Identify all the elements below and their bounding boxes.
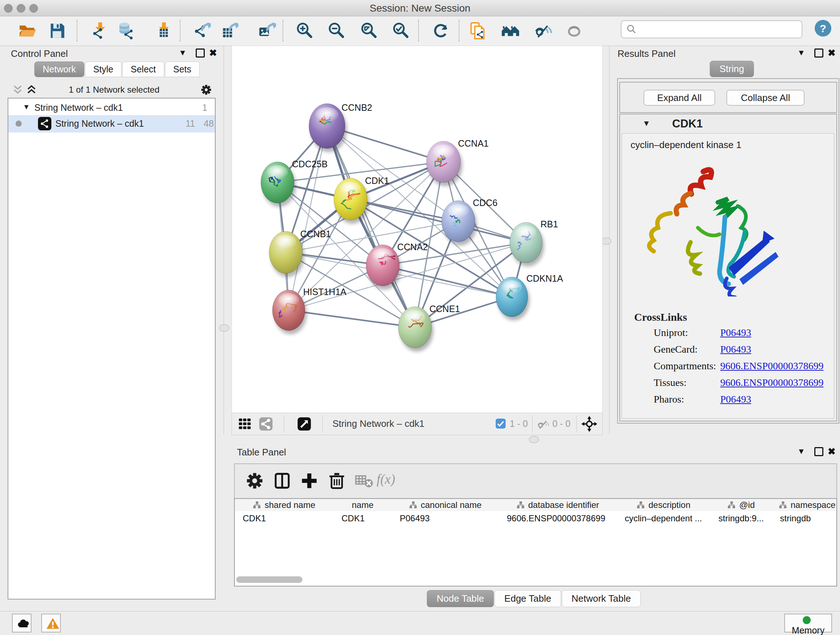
share-view-icon[interactable] xyxy=(259,417,273,432)
tab-edge-table[interactable]: Edge Table xyxy=(494,590,561,607)
table-cell[interactable]: CDK1 xyxy=(333,511,392,526)
crosslink-value-link[interactable]: 9606.ENSP00000378699 xyxy=(720,360,823,372)
table-cell[interactable]: stringdb:9... xyxy=(711,511,772,526)
edge-HIST1H1A-CCNE1[interactable] xyxy=(289,310,415,327)
table-cell[interactable]: 9606.ENSP00000378699 xyxy=(499,511,617,526)
column-header-shared-name[interactable]: shared name xyxy=(235,499,334,511)
table-cell[interactable]: CDK1 xyxy=(235,511,333,526)
left-splitter-handle[interactable] xyxy=(219,325,229,332)
export-table-button[interactable] xyxy=(219,21,239,41)
crosslink-value-link[interactable]: P06493 xyxy=(720,344,752,355)
column-header-name[interactable]: name xyxy=(333,499,392,511)
table-cell[interactable]: stringdb xyxy=(772,511,837,526)
zoom-in-button[interactable] xyxy=(295,21,314,41)
tab-sets[interactable]: Sets xyxy=(165,62,200,77)
table-panel-close-icon[interactable]: ✖ xyxy=(828,446,836,457)
right-splitter-handle[interactable] xyxy=(601,238,611,245)
control-panel-float-icon[interactable] xyxy=(196,49,205,57)
column-header-database-identifier[interactable]: database identifier xyxy=(499,499,617,511)
export-image-button[interactable] xyxy=(257,21,277,41)
network-group-row[interactable]: ▼ String Network – cdk1 1 xyxy=(8,101,215,115)
fit-crosshair-icon[interactable] xyxy=(581,416,597,433)
grid-view-icon[interactable] xyxy=(238,417,252,432)
tab-style[interactable]: Style xyxy=(85,62,122,77)
function-builder-icon[interactable]: f(x) xyxy=(377,471,395,487)
save-session-button[interactable] xyxy=(48,21,67,41)
table-cell[interactable]: P06493 xyxy=(392,511,499,526)
search-input[interactable] xyxy=(640,22,797,35)
control-panel-close-icon[interactable]: ✖ xyxy=(209,48,217,59)
tab-network[interactable]: Network xyxy=(34,62,84,77)
node-RB1[interactable]: RB1 xyxy=(510,219,558,266)
node-CCNA2[interactable]: CCNA2 xyxy=(366,242,428,290)
copy-document-button[interactable] xyxy=(469,21,488,41)
network-canvas[interactable]: CCNB2CCNA1CDC25BCDK1CDC6RB1CCNB1CCNA2CDK… xyxy=(232,46,603,413)
tab-network-table[interactable]: Network Table xyxy=(562,590,641,607)
string-home-button[interactable] xyxy=(501,21,520,41)
expand-all-groups-icon[interactable] xyxy=(26,84,37,96)
column-header-@id[interactable]: @id xyxy=(711,499,772,511)
bottom-splitter-handle[interactable] xyxy=(529,436,539,443)
search-box[interactable] xyxy=(621,20,802,38)
entry-collapse-icon[interactable]: ▼ xyxy=(643,119,651,128)
table-cell[interactable]: cyclin–dependent ... xyxy=(617,511,711,526)
node-CCNE1[interactable]: CCNE1 xyxy=(398,304,460,352)
delete-table-icon[interactable] xyxy=(352,470,373,492)
left-splitter[interactable] xyxy=(224,46,224,434)
column-header-canonical-name[interactable]: canonical name xyxy=(392,499,499,511)
delete-column-trash-icon[interactable] xyxy=(325,470,346,492)
hide-panel-button[interactable] xyxy=(533,21,553,41)
node-CCNA1[interactable]: CCNA1 xyxy=(426,138,489,186)
crosslink-value-link[interactable]: P06493 xyxy=(720,327,752,339)
show-columns-icon[interactable] xyxy=(270,470,291,492)
table-panel-float-icon[interactable] xyxy=(814,447,823,456)
results-panel-menu-icon[interactable]: ▼ xyxy=(797,48,805,57)
node-HIST1H1A[interactable]: HIST1H1A xyxy=(272,287,347,334)
control-panel-menu-icon[interactable]: ▼ xyxy=(179,48,187,57)
birdseye-view-icon[interactable] xyxy=(297,417,311,432)
results-panel-close-icon[interactable]: ✖ xyxy=(828,48,836,59)
network-options-gear-icon[interactable] xyxy=(200,83,213,98)
edge-CCNB2-CCNE1[interactable] xyxy=(327,126,415,327)
node-CDK1[interactable]: CDK1 xyxy=(334,176,389,224)
group-collapse-icon[interactable]: ▼ xyxy=(23,103,30,111)
import-database-button[interactable] xyxy=(117,21,136,41)
table-panel-menu-icon[interactable]: ▼ xyxy=(797,447,805,456)
cloud-button[interactable] xyxy=(12,614,32,632)
string-network-graph[interactable]: CCNB2CCNA1CDC25BCDK1CDC6RB1CCNB1CCNA2CDK… xyxy=(232,46,602,413)
node-CCNB1[interactable]: CCNB1 xyxy=(269,229,331,277)
edge-CCNB2-HIST1H1A[interactable] xyxy=(289,126,327,310)
network-row[interactable]: String Network – cdk1 11 48 xyxy=(8,115,215,133)
expand-all-button[interactable]: Expand All xyxy=(644,90,715,106)
node-CDKN1A[interactable]: CDKN1A xyxy=(496,273,563,320)
table-settings-gear-icon[interactable] xyxy=(243,470,264,492)
refresh-button[interactable] xyxy=(431,21,451,41)
node-CCNB2[interactable]: CCNB2 xyxy=(309,103,372,152)
zoom-out-button[interactable] xyxy=(327,21,346,41)
warning-button[interactable] xyxy=(41,614,61,632)
column-header-namespace[interactable]: namespace xyxy=(772,499,837,511)
memory-button[interactable]: Memory xyxy=(784,614,832,632)
collapse-all-groups-icon[interactable] xyxy=(12,84,23,96)
import-table-button[interactable] xyxy=(153,21,173,41)
results-panel-float-icon[interactable] xyxy=(814,49,823,57)
tab-select[interactable]: Select xyxy=(122,62,164,77)
export-network-button[interactable] xyxy=(192,21,212,41)
node-CDC6[interactable]: CDC6 xyxy=(442,198,497,245)
table-horizontal-scrollbar[interactable] xyxy=(236,576,302,583)
crosslink-value-link[interactable]: 9606.ENSP00000378699 xyxy=(720,377,823,388)
import-network-button[interactable] xyxy=(90,21,109,41)
tab-node-table[interactable]: Node Table xyxy=(427,590,494,607)
column-header-description[interactable]: description xyxy=(617,499,711,511)
zoom-selected-button[interactable] xyxy=(391,21,411,41)
help-button[interactable]: ? xyxy=(815,20,831,36)
hidden-eye-slash-icon[interactable] xyxy=(537,418,549,432)
show-panel-button[interactable] xyxy=(564,21,584,41)
node-table[interactable]: shared namenamecanonical namedatabase id… xyxy=(234,498,837,586)
selected-checkbox-icon[interactable] xyxy=(495,418,506,431)
tab-string[interactable]: String xyxy=(710,61,754,77)
collapse-all-button[interactable]: Collapse All xyxy=(726,90,805,106)
zoom-fit-button[interactable] xyxy=(359,21,379,41)
crosslink-value-link[interactable]: P06493 xyxy=(720,394,752,405)
add-column-icon[interactable] xyxy=(297,470,318,492)
